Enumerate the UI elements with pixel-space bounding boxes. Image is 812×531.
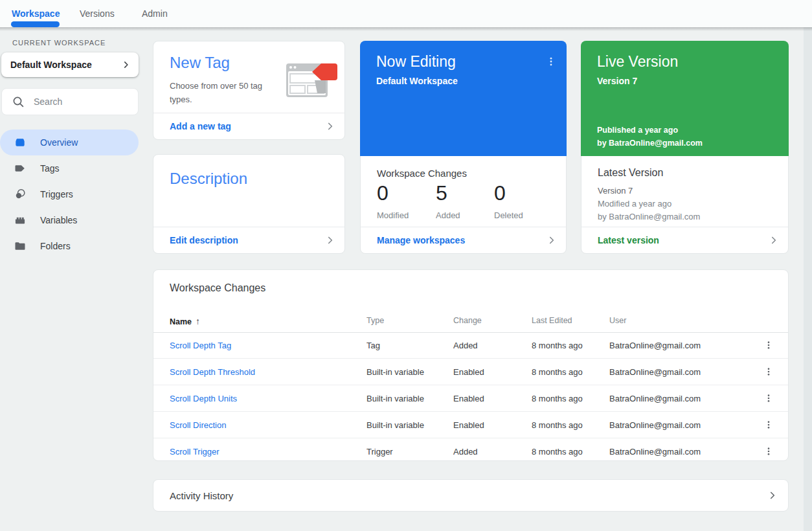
published-by-text: by BatraOnline@gmail.com bbox=[597, 139, 703, 148]
table-header-row: Name↑ Type Change Last Edited User bbox=[153, 309, 788, 333]
edit-description-link[interactable]: Edit description bbox=[170, 235, 324, 245]
triggers-icon bbox=[14, 188, 27, 201]
change-kind: Enabled bbox=[453, 394, 484, 403]
table-row[interactable]: Scroll Depth Tag Tag Added 8 months ago … bbox=[153, 332, 788, 359]
tags-icon bbox=[14, 162, 27, 175]
new-tag-illustration bbox=[281, 56, 338, 102]
sidebar-item-triggers[interactable]: Triggers bbox=[0, 181, 139, 207]
stat-modified-value: 0 bbox=[377, 181, 409, 205]
change-type: Trigger bbox=[367, 447, 393, 457]
stat-deleted: 0 Deleted bbox=[494, 181, 523, 220]
sidebar-item-folders[interactable]: Folders bbox=[0, 233, 139, 259]
kebab-menu-icon[interactable] bbox=[761, 417, 776, 433]
change-user: BatraOnline@gmail.com bbox=[609, 420, 701, 430]
stat-modified: 0 Modified bbox=[377, 181, 409, 220]
edit-description-footer[interactable]: Edit description bbox=[153, 227, 344, 253]
stat-deleted-value: 0 bbox=[494, 181, 523, 205]
kebab-menu-icon[interactable] bbox=[542, 52, 560, 71]
change-user: BatraOnline@gmail.com bbox=[609, 394, 701, 403]
latest-version-link[interactable]: Latest version bbox=[598, 235, 767, 245]
now-editing-card: Now Editing Default Workspace Workspace … bbox=[360, 41, 567, 254]
change-type: Tag bbox=[367, 341, 380, 350]
change-name-link[interactable]: Scroll Depth Units bbox=[170, 394, 237, 403]
change-last-edited: 8 months ago bbox=[532, 341, 583, 350]
sidebar-item-tags[interactable]: Tags bbox=[0, 155, 139, 181]
topbar-shadow bbox=[0, 27, 812, 31]
change-name-link[interactable]: Scroll Trigger bbox=[170, 447, 220, 457]
add-new-tag-link[interactable]: Add a new tag bbox=[170, 121, 324, 131]
description-title: Description bbox=[170, 170, 247, 188]
column-header-type[interactable]: Type bbox=[367, 316, 384, 325]
latest-version-by: by BatraOnline@gmail.com bbox=[598, 212, 700, 221]
column-header-user[interactable]: User bbox=[609, 316, 626, 325]
gtm-workspace-screen: Workspace Versions Admin CURRENT WORKSPA… bbox=[0, 0, 812, 531]
add-new-tag-footer[interactable]: Add a new tag bbox=[153, 113, 344, 139]
chevron-right-icon bbox=[766, 489, 779, 502]
sidebar-item-label: Tags bbox=[40, 163, 60, 174]
kebab-menu-icon[interactable] bbox=[761, 364, 776, 379]
change-name-link[interactable]: Scroll Depth Threshold bbox=[170, 367, 255, 377]
live-version-number: Version 7 bbox=[597, 76, 637, 86]
manage-workspaces-link[interactable]: Manage workspaces bbox=[377, 235, 545, 245]
stat-added: 5 Added bbox=[436, 181, 460, 220]
now-editing-header: Now Editing Default Workspace bbox=[360, 41, 567, 156]
change-kind: Added bbox=[453, 341, 478, 350]
kebab-menu-icon[interactable] bbox=[761, 337, 776, 353]
new-tag-card: New Tag Choose from over 50 tag types. A… bbox=[153, 41, 345, 140]
stat-deleted-label: Deleted bbox=[494, 210, 523, 220]
change-last-edited: 8 months ago bbox=[532, 420, 583, 430]
column-header-change[interactable]: Change bbox=[453, 316, 482, 325]
now-editing-title: Now Editing bbox=[376, 53, 456, 71]
sidebar-item-label: Overview bbox=[40, 137, 78, 148]
activity-history-title: Activity History bbox=[170, 490, 766, 501]
sidebar-search[interactable] bbox=[1, 88, 139, 115]
table-title: Workspace Changes bbox=[170, 282, 265, 294]
tab-workspace[interactable]: Workspace bbox=[12, 8, 60, 19]
change-type: Built-in variable bbox=[367, 420, 424, 430]
latest-version-footer[interactable]: Latest version bbox=[581, 227, 788, 253]
top-navigation: Workspace Versions Admin bbox=[0, 0, 812, 27]
tab-versions[interactable]: Versions bbox=[80, 8, 115, 19]
workspace-changes-table-card: Workspace Changes Name↑ Type Change Last… bbox=[153, 269, 789, 461]
active-tab-indicator bbox=[11, 21, 60, 27]
changes-table-body: Scroll Depth Tag Tag Added 8 months ago … bbox=[153, 332, 788, 464]
kebab-menu-icon[interactable] bbox=[761, 390, 776, 406]
change-user: BatraOnline@gmail.com bbox=[609, 447, 701, 457]
published-ago-text: Published a year ago bbox=[597, 126, 678, 135]
sidebar-item-variables[interactable]: Variables bbox=[0, 207, 139, 233]
live-version-header: Live Version Version 7 Published a year … bbox=[581, 41, 789, 156]
change-kind: Enabled bbox=[453, 367, 484, 377]
kebab-menu-icon[interactable] bbox=[761, 444, 776, 459]
sidebar-item-overview[interactable]: Overview bbox=[0, 130, 139, 155]
new-tag-subtitle: Choose from over 50 tag types. bbox=[170, 79, 276, 106]
tab-admin[interactable]: Admin bbox=[142, 8, 168, 19]
change-name-link[interactable]: Scroll Depth Tag bbox=[170, 341, 231, 350]
content-area: CURRENT WORKSPACE Default Workspace Over… bbox=[0, 27, 812, 531]
change-last-edited: 8 months ago bbox=[532, 394, 583, 403]
table-row[interactable]: Scroll Trigger Trigger Added 8 months ag… bbox=[153, 438, 788, 464]
stat-added-value: 5 bbox=[436, 181, 460, 205]
column-header-name[interactable]: Name↑ bbox=[170, 316, 200, 326]
table-row[interactable]: Scroll Depth Units Built-in variable Ena… bbox=[153, 385, 788, 412]
table-row[interactable]: Scroll Depth Threshold Built-in variable… bbox=[153, 359, 788, 385]
now-editing-workspace-name: Default Workspace bbox=[376, 76, 458, 86]
table-row[interactable]: Scroll Direction Built-in variable Enabl… bbox=[153, 412, 788, 438]
manage-workspaces-footer[interactable]: Manage workspaces bbox=[361, 227, 566, 253]
live-version-title: Live Version bbox=[597, 53, 678, 71]
sort-ascending-icon: ↑ bbox=[196, 316, 200, 326]
stat-modified-label: Modified bbox=[377, 210, 409, 220]
scrollbar[interactable] bbox=[804, 27, 812, 531]
change-last-edited: 8 months ago bbox=[532, 447, 583, 457]
workspace-selector-name: Default Workspace bbox=[10, 60, 120, 70]
change-type: Built-in variable bbox=[367, 394, 424, 403]
search-input[interactable] bbox=[32, 96, 132, 107]
workspace-selector[interactable]: Default Workspace bbox=[1, 52, 139, 77]
sidebar-item-label: Variables bbox=[40, 215, 77, 225]
latest-version-number: Version 7 bbox=[598, 186, 633, 196]
column-header-last-edited[interactable]: Last Edited bbox=[532, 316, 572, 325]
change-name-link[interactable]: Scroll Direction bbox=[170, 420, 226, 430]
change-kind: Enabled bbox=[453, 420, 484, 430]
change-user: BatraOnline@gmail.com bbox=[609, 367, 701, 377]
activity-history-card[interactable]: Activity History bbox=[153, 479, 789, 512]
change-kind: Added bbox=[453, 447, 478, 457]
